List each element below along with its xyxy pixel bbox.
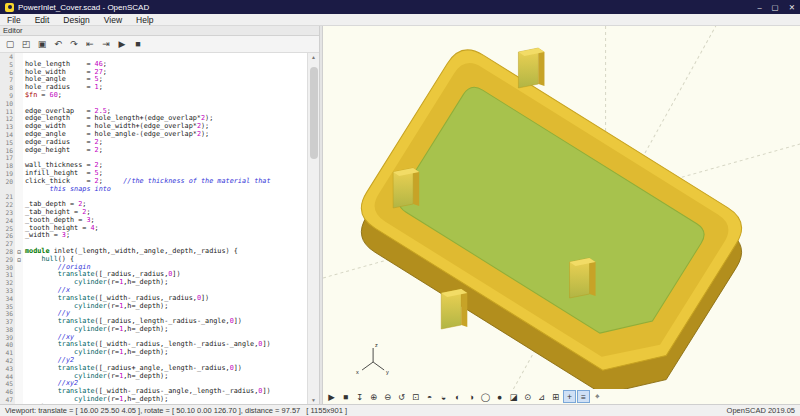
unindent-icon[interactable]: ⇤ — [83, 37, 97, 51]
view-diagonal-icon[interactable]: ◪ — [507, 390, 520, 403]
line-number: 28 — [0, 248, 15, 256]
save-icon[interactable]: ▣ — [35, 37, 49, 51]
perspective-icon[interactable]: ⊿ — [535, 390, 548, 403]
code-line[interactable]: 26_width = 3; — [0, 232, 307, 240]
view-all-icon[interactable]: ⊡ — [409, 390, 422, 403]
view-back-icon[interactable]: ● — [493, 390, 506, 403]
code-line[interactable]: 16edge_height = 2; — [0, 147, 307, 155]
editor-panel-title: Editor — [0, 26, 319, 36]
line-number: 4 — [0, 53, 15, 61]
menu-edit[interactable]: Edit — [28, 14, 57, 25]
line-number: 41 — [0, 349, 15, 357]
minimize-button[interactable]: – — [757, 3, 761, 12]
fold-marker-icon[interactable]: ⊟ — [15, 256, 23, 264]
fold-margin — [15, 287, 23, 295]
viewport-status-text: Viewport: translate = [ 16.00 25.50 4.05… — [5, 406, 300, 415]
redo-icon[interactable]: ↷ — [67, 37, 81, 51]
axis-label-z: z — [375, 342, 378, 348]
view-top-icon[interactable]: ◓ — [423, 390, 436, 403]
maximize-button[interactable]: ▢ — [772, 3, 779, 12]
view-center-icon[interactable]: ⊙ — [521, 390, 534, 403]
show-crosshairs-icon[interactable]: ⌖ — [591, 390, 604, 403]
line-number: 43 — [0, 365, 15, 373]
code-line[interactable]: 9$fn = 60; — [0, 92, 307, 100]
fold-margin — [15, 225, 23, 233]
fold-margin — [15, 357, 23, 365]
line-number: 27 — [0, 240, 15, 248]
line-number: 16 — [0, 147, 15, 155]
axis-label-y: y — [386, 369, 389, 375]
menu-file[interactable]: File — [0, 14, 28, 25]
undo-icon[interactable]: ↶ — [51, 37, 65, 51]
fold-margin — [15, 295, 23, 303]
orthogonal-icon[interactable]: ⊞ — [549, 390, 562, 403]
fold-margin — [15, 310, 23, 318]
fold-margin — [15, 334, 23, 342]
render-icon[interactable]: ■ — [131, 37, 145, 51]
line-number: 23 — [0, 209, 15, 217]
fold-marker-icon[interactable]: ⊟ — [15, 248, 23, 256]
viewport-pane: z x y ▶■↧⊕⊖↺⊡◓◒◐◑◯●◪⊙⊿⊞+≡⌖ — [323, 26, 800, 404]
menu-bar: FileEditDesignViewHelp — [0, 14, 800, 26]
fold-margin — [15, 349, 23, 357]
editor-pane: Editor ▢◰▣↶↷⇤⇥▶■ 45hole_length = 46;6hol… — [0, 26, 319, 404]
zoom-out-icon[interactable]: ⊖ — [381, 390, 394, 403]
fold-margin — [15, 271, 23, 279]
fold-margin — [15, 365, 23, 373]
line-number: 15 — [0, 139, 15, 147]
fold-margin — [15, 108, 23, 116]
fold-margin — [15, 303, 23, 311]
zoom-in-icon[interactable]: ⊕ — [367, 390, 380, 403]
menu-view[interactable]: View — [97, 14, 129, 25]
fold-margin — [15, 123, 23, 131]
fold-margin — [15, 240, 23, 248]
view-left-icon[interactable]: ◐ — [451, 390, 464, 403]
fold-margin — [15, 318, 23, 326]
status-bar: Viewport: translate = [ 16.00 25.50 4.05… — [0, 404, 800, 416]
line-number — [0, 186, 15, 194]
line-number: 32 — [0, 279, 15, 287]
fold-margin — [15, 396, 23, 404]
close-button[interactable]: ✕ — [789, 3, 795, 12]
indent-icon[interactable]: ⇥ — [99, 37, 113, 51]
line-number: 39 — [0, 334, 15, 342]
scroll-up-icon[interactable]: ▲ — [308, 54, 319, 60]
show-scale-icon[interactable]: ≡ — [577, 390, 590, 403]
line-number: 42 — [0, 357, 15, 365]
snap-tab — [570, 258, 596, 298]
render-icon[interactable]: ■ — [339, 390, 352, 403]
line-number: 7 — [0, 76, 15, 84]
view-right-icon[interactable]: ◑ — [465, 390, 478, 403]
line-number: 6 — [0, 69, 15, 77]
3d-viewport[interactable]: z x y — [323, 26, 800, 389]
menu-design[interactable]: Design — [56, 14, 96, 25]
menu-help[interactable]: Help — [129, 14, 160, 25]
line-number: 33 — [0, 287, 15, 295]
code-editor[interactable]: 45hole_length = 46;6hole_width = 27;7hol… — [0, 53, 319, 404]
line-number: 18 — [0, 162, 15, 170]
new-file-icon[interactable]: ▢ — [3, 37, 17, 51]
fold-margin — [15, 380, 23, 388]
line-number: 37 — [0, 318, 15, 326]
viewport-toolbar: ▶■↧⊕⊖↺⊡◓◒◐◑◯●◪⊙⊿⊞+≡⌖ — [323, 389, 800, 404]
scrollbar-thumb[interactable] — [310, 67, 318, 159]
open-file-icon[interactable]: ◰ — [19, 37, 33, 51]
view-bottom-icon[interactable]: ◒ — [437, 390, 450, 403]
reset-view-icon[interactable]: ↺ — [395, 390, 408, 403]
scroll-down-icon[interactable]: ▼ — [308, 397, 319, 403]
line-number: 31 — [0, 271, 15, 279]
line-number: 24 — [0, 217, 15, 225]
snap-tab — [393, 168, 419, 208]
preview-icon[interactable]: ▶ — [115, 37, 129, 51]
fold-margin — [15, 92, 23, 100]
show-axes-icon[interactable]: + — [563, 390, 576, 403]
export-stl-icon[interactable]: ↧ — [353, 390, 366, 403]
editor-scrollbar[interactable]: ▲ ▼ — [307, 53, 319, 404]
fold-margin — [15, 341, 23, 349]
code-line[interactable]: this snaps into — [0, 186, 307, 194]
preview-icon[interactable]: ▶ — [325, 390, 338, 403]
code-text: edge_height = 2; — [23, 147, 103, 155]
line-number: 8 — [0, 84, 15, 92]
view-front-icon[interactable]: ◯ — [479, 390, 492, 403]
code-line[interactable]: 47 cylinder(r=1,h=_depth); — [0, 396, 307, 404]
